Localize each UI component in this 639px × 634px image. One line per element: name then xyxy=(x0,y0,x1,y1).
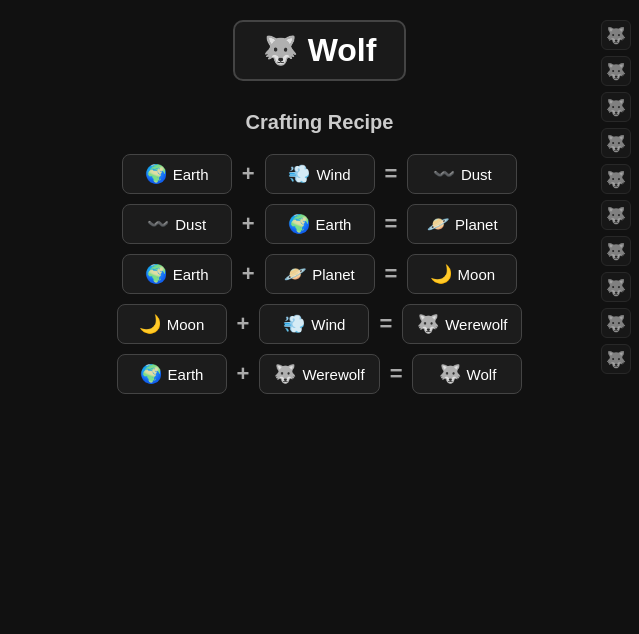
main-container: 🐺 Wolf Crafting Recipe 🌍 Earth + 💨 Wind … xyxy=(0,0,639,394)
recipe-list: 🌍 Earth + 💨 Wind = 〰️ Dust 〰️ Dust + 🌍 xyxy=(117,154,523,394)
dust-emoji-2: 〰️ xyxy=(147,213,169,235)
plus-op-2: + xyxy=(240,211,257,237)
ingredient-earth-3: 🌍 Earth xyxy=(122,254,232,294)
plus-op-3: + xyxy=(240,261,257,287)
wind-label-2: Wind xyxy=(311,316,345,333)
eq-op-2: = xyxy=(383,211,400,237)
ingredient-earth-2: 🌍 Earth xyxy=(265,204,375,244)
title-text: Wolf xyxy=(308,32,377,69)
sidebar-wolf-8[interactable]: 🐺 xyxy=(601,272,631,302)
table-row: 🌙 Moon + 💨 Wind = 🐺 Werewolf xyxy=(117,304,523,344)
werewolf-label-2: Werewolf xyxy=(302,366,364,383)
sidebar-wolf-9[interactable]: 🐺 xyxy=(601,308,631,338)
earth-emoji-4: 🌍 xyxy=(140,363,162,385)
eq-op-1: = xyxy=(383,161,400,187)
dust-label-1: Dust xyxy=(461,166,492,183)
ingredient-wind-1: 💨 Wind xyxy=(265,154,375,194)
sidebar-wolf-3[interactable]: 🐺 xyxy=(601,92,631,122)
planet-label-1: Planet xyxy=(455,216,498,233)
werewolf-label-1: Werewolf xyxy=(445,316,507,333)
sidebar-wolf-4[interactable]: 🐺 xyxy=(601,128,631,158)
earth-emoji-2: 🌍 xyxy=(288,213,310,235)
wind-emoji-1: 💨 xyxy=(288,163,310,185)
earth-emoji-1: 🌍 xyxy=(145,163,167,185)
ingredient-earth-4: 🌍 Earth xyxy=(117,354,227,394)
table-row: 〰️ Dust + 🌍 Earth = 🪐 Planet xyxy=(122,204,518,244)
ingredient-moon-1: 🌙 Moon xyxy=(407,254,517,294)
sidebar-wolf-5[interactable]: 🐺 xyxy=(601,164,631,194)
earth-emoji-3: 🌍 xyxy=(145,263,167,285)
ingredient-planet-1: 🪐 Planet xyxy=(407,204,517,244)
wind-emoji-2: 💨 xyxy=(283,313,305,335)
sidebar-wolf-1[interactable]: 🐺 xyxy=(601,20,631,50)
ingredient-planet-2: 🪐 Planet xyxy=(265,254,375,294)
moon-emoji-2: 🌙 xyxy=(139,313,161,335)
sidebar-wolf-7[interactable]: 🐺 xyxy=(601,236,631,266)
wind-label-1: Wind xyxy=(316,166,350,183)
earth-label-4: Earth xyxy=(168,366,204,383)
werewolf-emoji-2: 🐺 xyxy=(274,363,296,385)
title-wolf-emoji: 🐺 xyxy=(263,34,298,67)
ingredient-dust-1: 〰️ Dust xyxy=(407,154,517,194)
ingredient-moon-2: 🌙 Moon xyxy=(117,304,227,344)
planet-label-2: Planet xyxy=(312,266,355,283)
ingredient-wolf-1: 🐺 Wolf xyxy=(412,354,522,394)
ingredient-werewolf-1: 🐺 Werewolf xyxy=(402,304,522,344)
plus-op-1: + xyxy=(240,161,257,187)
sidebar-wolf-2[interactable]: 🐺 xyxy=(601,56,631,86)
title-badge: 🐺 Wolf xyxy=(233,20,407,81)
ingredient-earth-1: 🌍 Earth xyxy=(122,154,232,194)
earth-label-1: Earth xyxy=(173,166,209,183)
dust-emoji-1: 〰️ xyxy=(433,163,455,185)
sidebar-wolf-6[interactable]: 🐺 xyxy=(601,200,631,230)
eq-op-4: = xyxy=(377,311,394,337)
moon-label-1: Moon xyxy=(458,266,496,283)
ingredient-wind-2: 💨 Wind xyxy=(259,304,369,344)
planet-emoji-1: 🪐 xyxy=(427,213,449,235)
sidebar-icons: 🐺 🐺 🐺 🐺 🐺 🐺 🐺 🐺 🐺 🐺 xyxy=(601,20,631,374)
sidebar-wolf-10[interactable]: 🐺 xyxy=(601,344,631,374)
section-title: Crafting Recipe xyxy=(246,111,394,134)
earth-label-2: Earth xyxy=(316,216,352,233)
moon-label-2: Moon xyxy=(167,316,205,333)
wolf-emoji-1: 🐺 xyxy=(439,363,461,385)
eq-op-5: = xyxy=(388,361,405,387)
ingredient-dust-2: 〰️ Dust xyxy=(122,204,232,244)
ingredient-werewolf-2: 🐺 Werewolf xyxy=(259,354,379,394)
dust-label-2: Dust xyxy=(175,216,206,233)
wolf-label-1: Wolf xyxy=(467,366,497,383)
planet-emoji-2: 🪐 xyxy=(284,263,306,285)
plus-op-4: + xyxy=(235,311,252,337)
table-row: 🌍 Earth + 💨 Wind = 〰️ Dust xyxy=(122,154,518,194)
moon-emoji-1: 🌙 xyxy=(430,263,452,285)
eq-op-3: = xyxy=(383,261,400,287)
table-row: 🌍 Earth + 🐺 Werewolf = 🐺 Wolf xyxy=(117,354,523,394)
table-row: 🌍 Earth + 🪐 Planet = 🌙 Moon xyxy=(122,254,518,294)
earth-label-3: Earth xyxy=(173,266,209,283)
werewolf-emoji-1: 🐺 xyxy=(417,313,439,335)
plus-op-5: + xyxy=(235,361,252,387)
